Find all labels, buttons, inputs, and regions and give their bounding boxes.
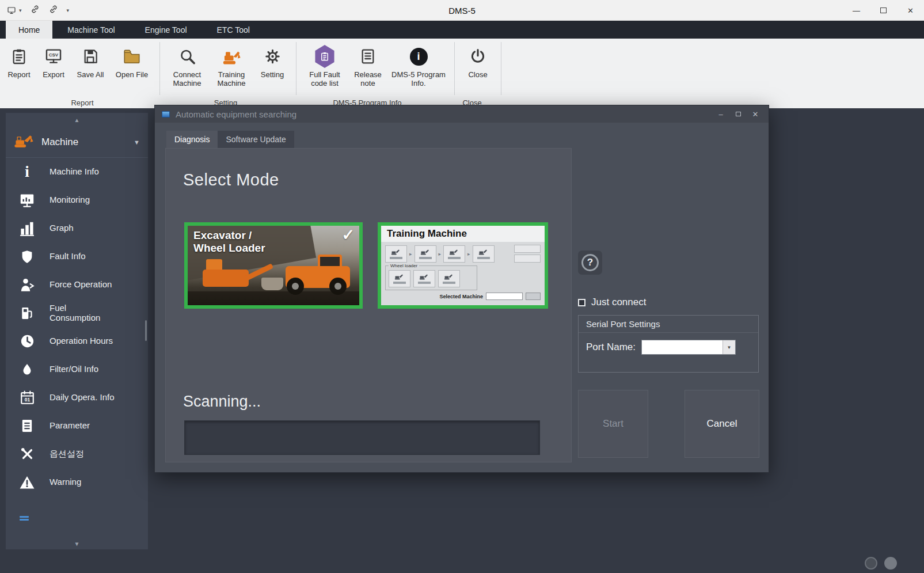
save-all-icon [81,44,100,69]
mini-machine-icon [413,270,435,287]
tab-software-update[interactable]: Software Update [218,131,294,148]
close-icon: ✕ [752,110,759,119]
dialog-app-icon [162,111,170,117]
dialog-window-controls: – ✕ [712,106,764,122]
mini-machine-icon [438,270,460,287]
selected-machine-input [486,293,523,300]
sidebar-item-warning[interactable]: Warning [6,468,148,496]
tab-diagnosis[interactable]: Diagnosis [166,131,218,148]
ribbon-close-button[interactable]: Close [460,41,496,96]
bar-chart-icon [17,219,37,238]
export-button[interactable]: CSV Export [36,41,71,96]
sidebar-scroll-up[interactable]: ▲ [6,113,148,127]
caret-down-icon: ▼ [74,541,80,547]
group-label-report: Report [0,98,165,107]
release-note-button[interactable]: Release note [348,41,388,96]
scanning-label: Scanning... [183,393,261,411]
sidebar-item-option-settings[interactable]: 옵션설정 [6,440,148,468]
dialog-title: Automatic equipment searching [176,109,296,119]
ribbon-separator [296,42,296,95]
report-button[interactable]: Report [2,41,36,96]
sidebar-item-parameter[interactable]: Parameter [6,412,148,440]
svg-text:CSV: CSV [49,52,59,58]
sidebar-item-fuel-consumption[interactable]: Fuel Consumption [6,299,148,327]
ribbon-tabs: Home Machine Tool Engine Tool ETC Tool [0,21,924,39]
sidebar-item-force-operation[interactable]: Force Operation [6,271,148,299]
clock-icon [17,332,37,351]
automatic-equipment-searching-dialog: Automatic equipment searching – ✕ Diagno… [154,105,769,473]
titlebar: ▾ ▾ DMS-5 — ✕ [0,0,924,21]
dialog-minimize-button[interactable]: – [712,106,729,122]
port-name-input[interactable] [642,340,735,354]
tab-machine-tool[interactable]: Machine Tool [52,21,130,39]
cancel-button[interactable]: Cancel [685,390,759,458]
warning-triangle-icon [17,473,37,492]
tab-home[interactable]: Home [6,21,52,39]
start-button[interactable]: Start [578,390,648,458]
tab-engine-tool[interactable]: Engine Tool [130,21,202,39]
diagnosis-panel: Select Mode Excavator [165,148,572,462]
sidebar-item-operation-hours[interactable]: Operation Hours [6,327,148,355]
sidebar-item-daily-opera-info[interactable]: 01 Daily Opera. Info [6,384,148,412]
mini-side-boxes [514,245,541,263]
power-icon [469,44,487,69]
connect-machine-button[interactable]: Connect Machine [165,41,209,96]
open-file-icon [121,44,142,69]
selected-check-icon: ✓ [341,226,355,244]
minimize-button[interactable]: — [843,0,870,21]
sidebar-item-monitoring[interactable]: Monitoring [6,186,148,214]
selected-machine-label: Selected Machine [439,294,483,299]
window-title: DMS-5 [0,0,924,21]
document-lines-icon [17,416,37,436]
port-name-label: Port Name: [586,341,636,353]
mode-card-excavator-wheel-loader[interactable]: Excavator / Wheel Loader ✓ [184,222,363,309]
sidebar-item-graph[interactable]: Graph [6,214,148,242]
caret-up-icon: ▲ [74,117,80,123]
svg-text:01: 01 [24,397,30,403]
caret-down-icon: ▼ [727,345,732,350]
wheel-loader-group-label: Wheel loader [389,263,419,268]
combo-dropdown-button[interactable]: ▼ [723,340,735,354]
mini-machine-icon [443,245,465,263]
sidebar: ▲ Machine ▼ i Machine Info Monitoring Gr… [6,113,148,549]
chevron-down-icon[interactable]: ▼ [134,139,140,146]
sidebar-scrollbar-thumb[interactable] [145,320,147,341]
setting-button[interactable]: Setting [254,41,291,96]
tab-etc-tool[interactable]: ETC Tool [202,21,265,39]
export-csv-icon: CSV [44,44,63,69]
just-connect-option[interactable]: Just connect [578,297,646,308]
mini-machine-icon [473,245,495,263]
just-connect-checkbox[interactable] [578,299,585,306]
serial-port-settings-title: Serial Port Settings [579,316,758,333]
training-machine-button[interactable]: Training Machine [209,41,254,96]
sidebar-header-machine[interactable]: Machine ▼ [6,127,148,158]
close-icon: ✕ [907,6,914,15]
open-file-button[interactable]: Open File [109,41,154,96]
sidebar-item-filter-oil-info[interactable]: Filter/Oil Info [6,355,148,384]
sidebar-item-machine-info[interactable]: i Machine Info [6,158,148,186]
mode-card-training-machine[interactable]: Training Machine ▸ ▸ ▸ [378,222,548,309]
port-name-combobox[interactable]: ▼ [641,340,736,355]
help-button[interactable]: ? [578,251,602,275]
minimize-icon: — [853,6,860,15]
ribbon-separator [454,42,455,95]
mode-card-label: Excavator / Wheel Loader [193,229,265,255]
sidebar-scroll-down[interactable]: ▼ [6,541,148,547]
full-fault-code-list-button[interactable]: Full Fault code list [302,41,348,96]
maximize-button[interactable] [870,0,897,21]
minimize-icon: – [718,110,723,119]
info-icon: i [17,162,37,182]
excavator-photo: Excavator / Wheel Loader ✓ [188,226,359,305]
training-machine-preview: ▸ ▸ ▸ Wheel loader [381,242,545,305]
save-all-button[interactable]: Save All [71,41,109,96]
selected-machine-button [526,293,541,300]
close-button[interactable]: ✕ [897,0,924,21]
dialog-titlebar: Automatic equipment searching – ✕ [155,105,769,123]
program-info-button[interactable]: i DMS-5 Program Info. [388,41,449,96]
droplet-icon [17,360,37,380]
ribbon-separator [159,42,160,95]
dialog-close-button[interactable]: ✕ [747,106,764,122]
magnifier-icon [178,44,197,69]
dialog-maximize-button[interactable] [729,106,747,122]
sidebar-item-fault-info[interactable]: Fault Info [6,242,148,271]
